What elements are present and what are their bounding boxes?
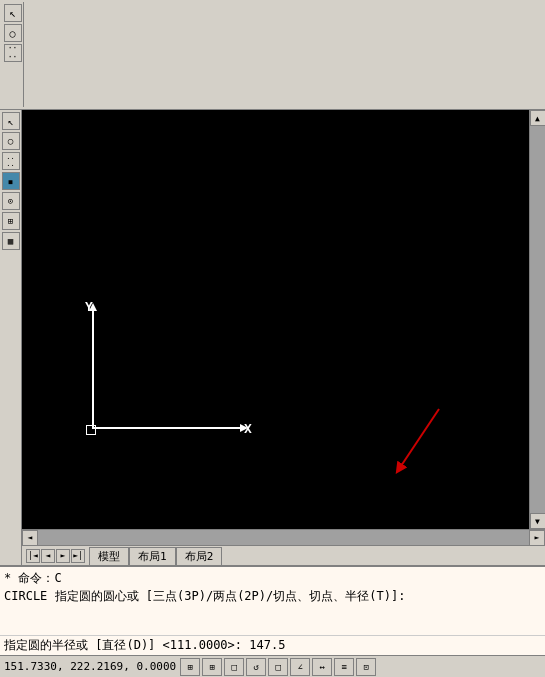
scroll-down-button[interactable]: ▼	[530, 513, 546, 529]
status-ortho-icon[interactable]: □	[224, 658, 244, 676]
dots-icon[interactable]: .. ..	[2, 152, 20, 170]
command-prompt-line[interactable]: 指定圆的半径或 [直径(D)] <111.0000>: 147.5	[0, 635, 545, 655]
status-polar-icon[interactable]: ↺	[246, 658, 266, 676]
image-icon[interactable]: ▦	[2, 232, 20, 250]
tab-next-button[interactable]: ►	[56, 549, 70, 563]
status-model-icon[interactable]: ⊡	[356, 658, 376, 676]
viewport-container: Y X ▲ ▼	[22, 110, 545, 565]
canvas-area[interactable]: Y X	[22, 110, 529, 529]
grid-view-icon[interactable]: ⊞	[2, 212, 20, 230]
status-weight-icon[interactable]: ↔	[312, 658, 332, 676]
cursor-icon[interactable]: ↖	[2, 112, 20, 130]
circle-draw-icon[interactable]: ○	[2, 132, 20, 150]
tab-layout2[interactable]: 布局2	[176, 547, 223, 565]
vertical-scrollbar[interactable]: ▲ ▼	[529, 110, 545, 529]
tab-model[interactable]: 模型	[89, 547, 129, 565]
scroll-track-v[interactable]	[530, 126, 545, 513]
status-menu-icon[interactable]: ≡	[334, 658, 354, 676]
circle-top-icon[interactable]: ○	[4, 24, 22, 42]
origin-marker	[86, 425, 96, 435]
status-grid-icon[interactable]: ⊞	[180, 658, 200, 676]
scroll-right-button[interactable]: ►	[529, 530, 545, 546]
status-coords: 151.7330, 222.2169, 0.0000	[4, 660, 176, 673]
tab-nav-buttons: |◄ ◄ ► ►|	[22, 549, 89, 563]
top-toolbar: ↖ ○ ·· ··	[0, 0, 545, 110]
x-axis	[92, 427, 242, 429]
tab-prev-button[interactable]: ◄	[41, 549, 55, 563]
main-area: ↖ ○ .. .. ▪ ⊙ ⊞ ▦ Y X	[0, 110, 545, 565]
status-icons: ⊞ ⊞ □ ↺ □ ∠ ↔ ≡ ⊡	[180, 658, 376, 676]
svg-line-1	[399, 409, 439, 469]
red-arrow-indicator	[389, 404, 449, 484]
status-angle-icon[interactable]: ∠	[290, 658, 310, 676]
status-osnap-icon[interactable]: □	[268, 658, 288, 676]
scroll-track-h[interactable]	[38, 530, 529, 545]
command-area: * 命令：C CIRCLE 指定圆的圆心或 [三点(3P)/两点(2P)/切点、…	[0, 565, 545, 655]
tab-first-button[interactable]: |◄	[26, 549, 40, 563]
y-axis	[92, 309, 94, 429]
tab-last-button[interactable]: ►|	[71, 549, 85, 563]
scroll-up-button[interactable]: ▲	[530, 110, 546, 126]
y-axis-label: Y	[85, 299, 93, 314]
scroll-left-button[interactable]: ◄	[22, 530, 38, 546]
select-tool-icon[interactable]: ↖	[4, 4, 22, 22]
horizontal-scrollbar[interactable]: ◄ ►	[22, 529, 545, 545]
square-fill-icon[interactable]: ▪	[2, 172, 20, 190]
x-axis-label: X	[244, 421, 252, 436]
camera-icon[interactable]: ⊙	[2, 192, 20, 210]
command-history-line2: CIRCLE 指定圆的圆心或 [三点(3P)/两点(2P)/切点、切点、半径(T…	[4, 587, 541, 605]
left-toolbar: ↖ ○ .. .. ▪ ⊙ ⊞ ▦	[0, 110, 22, 565]
tab-layout1[interactable]: 布局1	[129, 547, 176, 565]
viewport-inner: Y X ▲ ▼	[22, 110, 545, 529]
status-bar: 151.7330, 222.2169, 0.0000 ⊞ ⊞ □ ↺ □ ∠ ↔…	[0, 655, 545, 677]
command-history: * 命令：C CIRCLE 指定圆的圆心或 [三点(3P)/两点(2P)/切点、…	[0, 567, 545, 635]
left-tool-panel: ↖ ○ ·· ··	[2, 2, 24, 107]
dot-tool-icon[interactable]: ·· ··	[4, 44, 22, 62]
command-history-line1: * 命令：C	[4, 569, 541, 587]
status-snap-icon[interactable]: ⊞	[202, 658, 222, 676]
tab-bar: |◄ ◄ ► ►| 模型 布局1 布局2	[22, 545, 545, 565]
